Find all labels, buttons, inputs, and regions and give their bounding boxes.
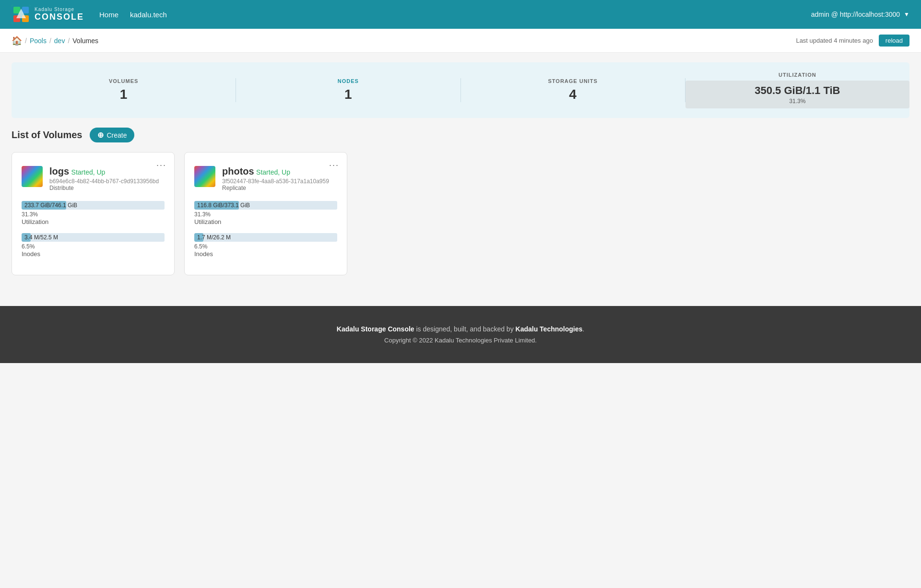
volume-card: ··· logs Started, Up b694e6c8-4b82-44bb-…	[12, 152, 175, 275]
utilization-bar-label: 233.7 GiB/746.1 GiB	[24, 201, 77, 209]
stat-volumes: VOLUMES 1	[12, 78, 236, 102]
nav-kadalu[interactable]: kadalu.tech	[130, 11, 167, 19]
volume-name: photos	[222, 166, 254, 176]
footer-text: Kadalu Storage Console is designed, buil…	[12, 325, 909, 333]
nav-home[interactable]: Home	[99, 11, 118, 19]
header: Kadalu Storage CONSOLE Home kadalu.tech …	[0, 0, 921, 29]
svg-rect-3	[13, 15, 20, 22]
utilization-pct: 31.3%	[695, 98, 900, 105]
volumes-grid: ··· logs Started, Up b694e6c8-4b82-44bb-…	[12, 152, 909, 275]
inodes-title: Inodes	[194, 250, 337, 258]
stats-bar: VOLUMES 1 NODES 1 STORAGE UNITS 4 UTILIZ…	[12, 62, 909, 118]
footer-brand: Kadalu Storage Console	[337, 325, 414, 333]
breadcrumb-bar: 🏠 / Pools / dev / Volumes Last updated 4…	[0, 29, 921, 53]
stat-nodes: NODES 1	[236, 78, 460, 102]
section-header: List of Volumes ⊕ Create	[12, 128, 909, 142]
home-icon[interactable]: 🏠	[12, 35, 22, 46]
volume-name: logs	[49, 166, 69, 176]
last-updated-text: Last updated 4 minutes ago	[796, 37, 873, 44]
user-dropdown-arrow[interactable]: ▼	[904, 11, 909, 18]
volume-icon	[194, 166, 215, 187]
create-plus-icon: ⊕	[97, 130, 104, 140]
inodes-metric: 3.4 M/52.5 M 6.5% Inodes	[22, 233, 165, 258]
utilization-metric: 116.8 GiB/373.1 GiB 31.3% Utilization	[194, 201, 337, 225]
inodes-bar-label: 1.7 M/26.2 M	[197, 234, 231, 241]
reload-button[interactable]: reload	[879, 35, 909, 47]
breadcrumb-dev[interactable]: dev	[54, 37, 65, 45]
inodes-bar-wrap: 1.7 M/26.2 M	[194, 233, 337, 242]
utilization-value: 350.5 GiB/1.1 TiB	[695, 84, 900, 97]
card-header: logs Started, Up b694e6c8-4b82-44bb-b767…	[22, 166, 165, 191]
breadcrumb-right: Last updated 4 minutes ago reload	[796, 35, 909, 47]
footer-period: .	[582, 325, 584, 333]
card-title-group: photos Started, Up 3f502447-83fe-4aa8-a5…	[222, 166, 329, 191]
utilization-pct: 31.3%	[22, 211, 165, 218]
stat-storage-units: STORAGE UNITS 4	[461, 78, 685, 102]
stat-nodes-value: 1	[236, 87, 460, 102]
sep-2: /	[49, 37, 51, 45]
create-button[interactable]: ⊕ Create	[90, 128, 134, 142]
stat-storage-units-value: 4	[461, 87, 685, 102]
stat-storage-units-label: STORAGE UNITS	[461, 78, 685, 84]
section-title: List of Volumes	[12, 129, 82, 141]
logo: Kadalu Storage CONSOLE	[12, 5, 84, 24]
utilization-title: Utilization	[194, 218, 337, 225]
utilization-box: 350.5 GiB/1.1 TiB 31.3%	[685, 81, 909, 108]
stat-nodes-label: NODES	[236, 78, 460, 84]
stat-utilization: UTILIZATION 350.5 GiB/1.1 TiB 31.3%	[685, 72, 909, 108]
footer-company: Kadalu Technologies	[516, 325, 583, 333]
svg-rect-4	[22, 15, 29, 22]
logo-brand: Kadalu Storage	[35, 7, 84, 12]
volume-card: ··· photos Started, Up 3f502447-83fe-4aa…	[184, 152, 347, 275]
stat-utilization-label: UTILIZATION	[685, 72, 909, 78]
utilization-metric: 233.7 GiB/746.1 GiB 31.3% Utilization	[22, 201, 165, 225]
utilization-bar-wrap: 233.7 GiB/746.1 GiB	[22, 201, 165, 210]
inodes-metric: 1.7 M/26.2 M 6.5% Inodes	[194, 233, 337, 258]
header-left: Kadalu Storage CONSOLE Home kadalu.tech	[12, 5, 167, 24]
utilization-pct: 31.3%	[194, 211, 337, 218]
breadcrumb-pools[interactable]: Pools	[30, 37, 47, 45]
volume-icon	[22, 166, 43, 187]
sep-3: /	[68, 37, 70, 45]
inodes-pct: 6.5%	[22, 243, 165, 250]
logo-icon	[12, 5, 31, 24]
volume-type: Distribute	[49, 185, 159, 191]
main-content: List of Volumes ⊕ Create ··· logs Starte…	[0, 128, 921, 287]
volume-status: Started, Up	[256, 168, 290, 176]
header-right: admin @ http://localhost:3000 ▼	[811, 11, 909, 18]
inodes-bar-wrap: 3.4 M/52.5 M	[22, 233, 165, 242]
volume-status: Started, Up	[71, 168, 106, 176]
volume-type: Replicate	[222, 185, 329, 191]
card-title-group: logs Started, Up b694e6c8-4b82-44bb-b767…	[49, 166, 159, 191]
breadcrumb: 🏠 / Pools / dev / Volumes	[12, 35, 98, 46]
logo-product: CONSOLE	[35, 12, 84, 22]
utilization-title: Utilization	[22, 218, 165, 225]
utilization-bar-label: 116.8 GiB/373.1 GiB	[197, 201, 250, 209]
footer-copyright: Copyright © 2022 Kadalu Technologies Pri…	[12, 337, 909, 344]
user-info: admin @ http://localhost:3000	[811, 11, 900, 18]
stat-volumes-label: VOLUMES	[12, 78, 236, 84]
inodes-title: Inodes	[22, 250, 165, 258]
card-header: photos Started, Up 3f502447-83fe-4aa8-a5…	[194, 166, 337, 191]
utilization-bar-wrap: 116.8 GiB/373.1 GiB	[194, 201, 337, 210]
card-menu-icon[interactable]: ···	[329, 160, 339, 170]
volume-uuid: 3f502447-83fe-4aa8-a536-317a1a10a959	[222, 178, 329, 185]
nav-links: Home kadalu.tech	[99, 11, 167, 19]
stat-volumes-value: 1	[12, 87, 236, 102]
footer-desc: is designed, built, and backed by	[414, 325, 516, 333]
create-label: Create	[106, 131, 127, 139]
card-menu-icon[interactable]: ···	[156, 160, 166, 170]
inodes-pct: 6.5%	[194, 243, 337, 250]
inodes-bar-label: 3.4 M/52.5 M	[24, 234, 58, 241]
logo-text: Kadalu Storage CONSOLE	[35, 7, 84, 22]
svg-rect-2	[22, 7, 29, 13]
sep-1: /	[25, 37, 27, 45]
footer: Kadalu Storage Console is designed, buil…	[0, 306, 921, 363]
breadcrumb-current: Volumes	[72, 37, 98, 45]
volume-uuid: b694e6c8-4b82-44bb-b767-c9d9133956bd	[49, 178, 159, 185]
svg-rect-1	[13, 7, 20, 13]
